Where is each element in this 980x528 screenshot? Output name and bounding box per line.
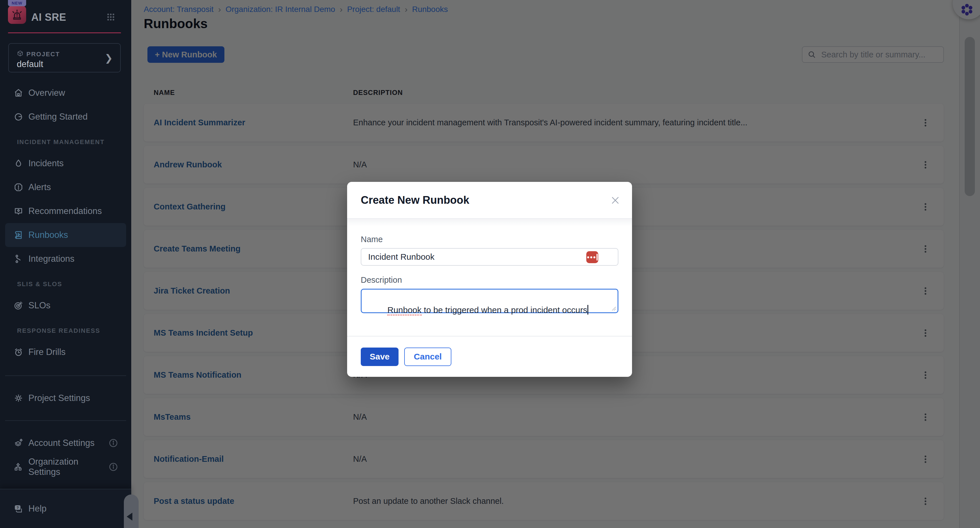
name-input[interactable] — [361, 248, 618, 266]
brand-divider — [8, 32, 121, 33]
sidebar-item-integrations[interactable]: Integrations — [5, 247, 126, 271]
sidebar-item-alerts[interactable]: Alerts — [5, 175, 126, 199]
sidebar-item-label: SLOs — [29, 300, 51, 311]
project-label: PROJECT — [26, 51, 60, 58]
description-label: Description — [361, 275, 618, 285]
section-slis-slos: SLIS & SLOS — [0, 271, 131, 294]
cancel-button[interactable]: Cancel — [404, 348, 451, 366]
create-runbook-modal: Create New Runbook Name Description Runb… — [347, 182, 632, 377]
alarm-clock-icon — [14, 347, 23, 357]
sidebar-item-label: Organization Settings — [29, 457, 103, 477]
sidebar-nav: Overview Getting Started INCIDENT MANAGE… — [0, 72, 131, 479]
sidebar-item-incidents[interactable]: Incidents — [5, 152, 126, 175]
sidebar: NEW AI SRE PROJECT defau — [0, 0, 131, 528]
close-icon — [610, 195, 620, 206]
info-icon — [108, 438, 118, 448]
section-incident-management: INCIDENT MANAGEMENT — [0, 129, 131, 152]
siren-icon — [11, 8, 23, 21]
sidebar-divider — [5, 375, 126, 376]
app-root: NEW AI SRE PROJECT defau — [0, 0, 980, 528]
sidebar-footer: ? Help — [0, 489, 131, 528]
sidebar-item-label: Integrations — [29, 254, 75, 264]
sidebar-collapse-handle[interactable] — [124, 495, 138, 528]
sidebar-item-label: Help — [29, 504, 46, 514]
project-selector[interactable]: PROJECT default ❯ — [8, 43, 121, 72]
sidebar-item-overview[interactable]: Overview — [5, 81, 126, 105]
sidebar-item-account-settings[interactable]: Account Settings — [5, 431, 126, 455]
modal-title: Create New Runbook — [361, 194, 469, 206]
layers-gear-icon — [14, 438, 23, 448]
sidebar-item-label: Runbooks — [29, 230, 68, 240]
misspelled-word: Runbook — [387, 305, 422, 316]
app-logo — [8, 6, 26, 24]
close-button[interactable] — [610, 195, 620, 206]
sidebar-item-recommendations[interactable]: Recommendations — [5, 199, 126, 223]
description-text: to be triggered when a prod incident occ… — [422, 305, 587, 314]
chevron-right-icon: ❯ — [105, 52, 113, 64]
sidebar-item-label: Recommendations — [29, 206, 102, 216]
gear-icon — [14, 393, 23, 403]
sidebar-item-runbooks[interactable]: Runbooks — [5, 223, 126, 247]
flame-icon — [14, 159, 23, 168]
modal-body: Name Description Runbook to be triggered… — [347, 219, 632, 309]
app-name: AI SRE — [31, 11, 66, 23]
name-field-wrap — [361, 248, 618, 266]
save-button[interactable]: Save — [361, 348, 399, 366]
name-label: Name — [361, 235, 618, 244]
password-manager-icon[interactable] — [586, 251, 598, 263]
sparkle-bubble-icon — [14, 206, 23, 216]
sidebar-item-label: Project Settings — [29, 393, 90, 403]
sidebar-item-organization-settings[interactable]: Organization Settings — [5, 455, 126, 479]
sidebar-item-help[interactable]: ? Help — [5, 497, 126, 521]
text-cursor — [587, 305, 588, 314]
sidebar-item-label: Fire Drills — [29, 347, 65, 357]
sidebar-item-label: Getting Started — [29, 112, 88, 122]
integration-icon — [14, 254, 23, 264]
progress-circle-icon — [14, 112, 23, 122]
sidebar-item-label: Incidents — [29, 158, 64, 169]
runbook-icon — [14, 230, 23, 240]
svg-text:?: ? — [16, 506, 19, 510]
modal-footer: Save Cancel — [347, 336, 632, 377]
sidebar-item-project-settings[interactable]: Project Settings — [5, 386, 126, 410]
info-icon — [108, 462, 118, 472]
section-response-readiness: RESPONSE READINESS — [0, 317, 131, 340]
description-textarea[interactable]: Runbook to be triggered when a prod inci… — [361, 289, 618, 313]
modal-header: Create New Runbook — [347, 182, 632, 219]
alert-octagon-icon — [14, 182, 23, 192]
apps-grid-icon[interactable] — [106, 13, 115, 22]
sidebar-divider — [5, 420, 126, 421]
target-icon — [14, 301, 23, 310]
sidebar-item-label: Overview — [29, 88, 65, 98]
sidebar-header: NEW AI SRE — [0, 0, 131, 43]
sidebar-item-label: Account Settings — [29, 438, 95, 448]
home-icon — [14, 88, 23, 98]
new-badge: NEW — [8, 0, 26, 6]
sidebar-item-getting-started[interactable]: Getting Started — [5, 105, 126, 129]
help-chat-icon: ? — [14, 504, 23, 514]
collapse-arrow-icon — [127, 513, 132, 521]
project-value: default — [17, 59, 43, 69]
sidebar-item-fire-drills[interactable]: Fire Drills — [5, 340, 126, 364]
sidebar-item-slos[interactable]: SLOs — [5, 294, 126, 317]
cube-icon — [17, 50, 24, 57]
org-chart-gear-icon — [14, 462, 23, 472]
sidebar-item-label: Alerts — [29, 182, 51, 192]
resize-handle-icon[interactable] — [610, 305, 616, 311]
